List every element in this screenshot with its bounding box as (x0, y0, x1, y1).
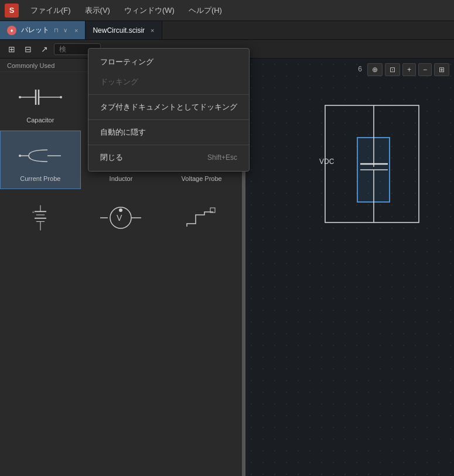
canvas-settings-btn[interactable]: ⊞ (434, 63, 449, 76)
chevron-down-icon[interactable]: ∨ (63, 27, 67, 33)
palette-icon: ♦ (7, 26, 16, 35)
voltageprobe-label: Voltage Probe (182, 175, 222, 182)
component-capacitor[interactable]: Capacitor (0, 72, 81, 131)
context-menu-item-docking: ドッキング (88, 72, 249, 92)
toolbar-btn-arrow[interactable]: ↗ (37, 43, 52, 56)
tab-palette[interactable]: ♦ パレット ⊓ ∨ × (0, 21, 86, 39)
svg-point-5 (60, 96, 62, 98)
menu-window[interactable]: ウィンドウ(W) (118, 3, 180, 18)
tab-circuit[interactable]: NewCircuit.scisir × (86, 21, 162, 39)
tab-palette-label: パレット (21, 25, 49, 35)
toolbar-btn-grid2[interactable]: ⊟ (21, 43, 35, 56)
context-menu-item-autohide[interactable]: 自動的に隠す (88, 122, 249, 142)
zoom-percent: 6 (355, 63, 365, 76)
zoom-fit-btn[interactable]: ⊕ (367, 63, 383, 76)
app-logo: S (5, 4, 19, 18)
component-currentprobe[interactable]: Current Probe (0, 131, 81, 189)
context-menu: フローティング ドッキング タブ付きドキュメントとしてドッキング 自動的に隠す … (88, 48, 250, 172)
tab-circuit-label: NewCircuit.scisir (93, 26, 145, 35)
svg-text:+: + (32, 210, 35, 215)
circuit-canvas[interactable]: 6 ⊕ ⊡ + − ⊞ VDC (245, 59, 454, 476)
zoom-out-btn[interactable]: − (418, 63, 432, 76)
inductor-label: Inductor (110, 175, 133, 182)
capacitor-label: Capacitor (26, 117, 54, 124)
svg-text:VDC: VDC (319, 157, 334, 166)
svg-text:V: V (117, 213, 122, 222)
context-menu-item-floating[interactable]: フローティング (88, 52, 249, 72)
voltmeter-symbol: V (97, 203, 144, 232)
battery-symbol: + (17, 203, 64, 232)
menu-view[interactable]: 表示(V) (79, 3, 116, 18)
circuit-diagram: VDC (313, 94, 431, 240)
toolbar-btn-grid1[interactable]: ⊞ (5, 43, 19, 56)
menu-bar: S ファイル(F) 表示(V) ウィンドウ(W) ヘルプ(H) (0, 0, 454, 21)
context-menu-separator-1 (88, 94, 249, 95)
context-menu-item-close[interactable]: 閉じる Shift+Esc (88, 148, 249, 167)
close-palette-tab[interactable]: × (74, 27, 78, 34)
menu-help[interactable]: ヘルプ(H) (183, 3, 228, 18)
close-shortcut: Shift+Esc (207, 153, 237, 162)
svg-point-4 (19, 96, 21, 98)
component-step[interactable] (161, 189, 242, 248)
component-voltmeter[interactable]: V (81, 189, 162, 248)
context-menu-separator-3 (88, 145, 249, 145)
currentprobe-symbol (17, 141, 64, 170)
context-menu-separator-2 (88, 119, 249, 120)
circuit-svg: VDC (313, 94, 431, 240)
tab-bar: ♦ パレット ⊓ ∨ × NewCircuit.scisir × (0, 21, 454, 40)
context-menu-item-tabdocking[interactable]: タブ付きドキュメントとしてドッキング (88, 97, 249, 117)
capacitor-symbol (17, 83, 64, 112)
component-grid-row3: + V (0, 189, 242, 248)
close-circuit-tab[interactable]: × (151, 27, 154, 34)
component-battery[interactable]: + (0, 189, 81, 248)
step-symbol (178, 203, 225, 232)
currentprobe-label: Current Probe (20, 175, 60, 182)
svg-point-15 (19, 155, 21, 157)
svg-point-34 (119, 208, 122, 212)
canvas-toolbar: 6 ⊕ ⊡ + − ⊞ (355, 63, 449, 76)
zoom-in-btn[interactable]: + (402, 63, 416, 76)
pin-icon[interactable]: ⊓ (54, 27, 59, 33)
menu-file[interactable]: ファイル(F) (25, 3, 77, 18)
zoom-extents-btn[interactable]: ⊡ (385, 63, 400, 76)
